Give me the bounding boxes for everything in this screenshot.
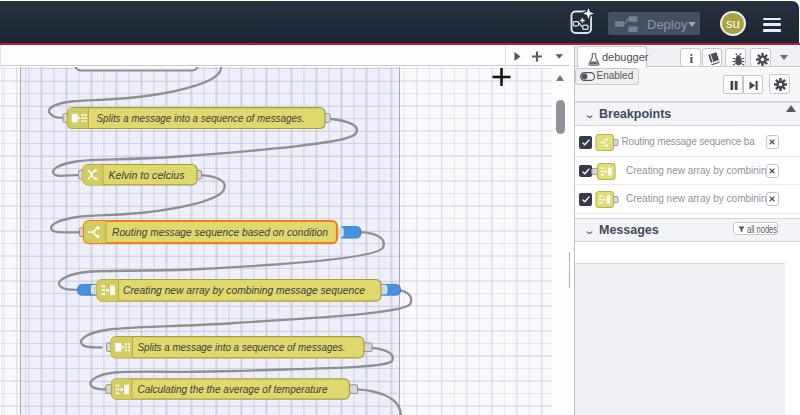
svg-text:Splits a message into a sequen: Splits a message into a sequence of mess… (97, 112, 305, 124)
svg-text:Kelvin to celcius: Kelvin to celcius (109, 168, 186, 180)
svg-text:Calculating the the average of: Calculating the the average of temperatu… (138, 382, 328, 394)
svg-text:Splits a message into a sequen: Splits a message into a sequence of mess… (138, 340, 346, 352)
svg-text:Creating new array by combinin: Creating new array by combining message … (123, 283, 365, 295)
svg-text:Routing message sequence based: Routing message sequence based on condit… (112, 226, 328, 238)
